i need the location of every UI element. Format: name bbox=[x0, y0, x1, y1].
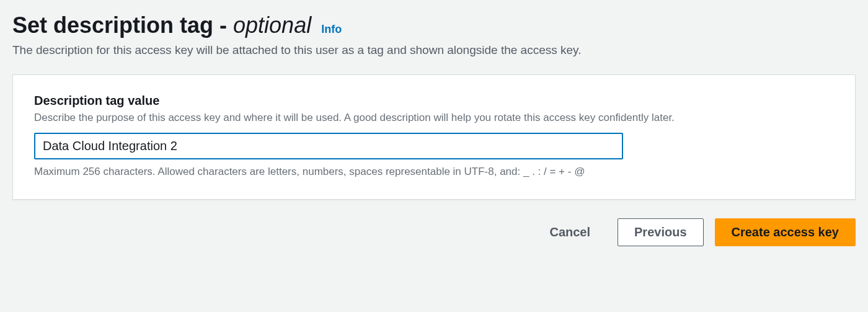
description-tag-label: Description tag value bbox=[34, 94, 834, 108]
page-header: Set description tag - optional Info The … bbox=[12, 12, 856, 57]
page-title-main: Set description tag - bbox=[12, 12, 233, 38]
description-tag-card: Description tag value Describe the purpo… bbox=[12, 74, 856, 200]
page-title-optional: optional bbox=[233, 12, 311, 38]
description-tag-constraint: Maximum 256 characters. Allowed characte… bbox=[34, 166, 834, 178]
info-link[interactable]: Info bbox=[321, 23, 342, 35]
footer-buttons: Cancel Previous Create access key bbox=[12, 218, 856, 246]
create-access-key-button[interactable]: Create access key bbox=[715, 218, 856, 246]
description-tag-input[interactable] bbox=[34, 133, 623, 159]
previous-button[interactable]: Previous bbox=[618, 218, 703, 246]
page-title: Set description tag - optional bbox=[12, 12, 317, 38]
description-tag-hint: Describe the purpose of this access key … bbox=[34, 110, 834, 125]
page-subtitle: The description for this access key will… bbox=[12, 43, 856, 57]
cancel-button[interactable]: Cancel bbox=[533, 219, 606, 246]
